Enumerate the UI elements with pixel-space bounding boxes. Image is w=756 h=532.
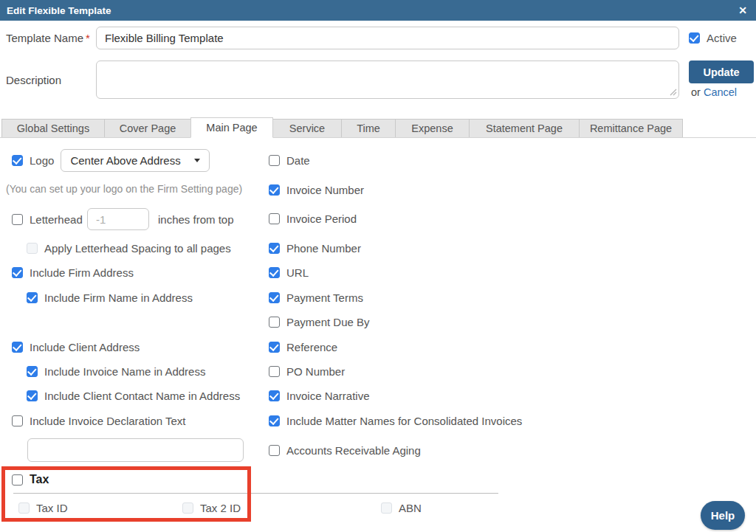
- logo-label: Logo: [30, 154, 54, 167]
- logo-position-value: Center Above Address: [70, 154, 188, 167]
- date-label: Date: [286, 154, 310, 167]
- reference-row: Reference: [269, 336, 337, 358]
- tab-cover-page[interactable]: Cover Page: [104, 119, 191, 137]
- include-client-contact-row: Include Client Contact Name in Address: [27, 384, 240, 407]
- payment-due-by-checkbox[interactable]: [269, 317, 280, 328]
- url-row: URL: [269, 261, 309, 283]
- invoice-period-label: Invoice Period: [286, 213, 357, 225]
- include-firm-address-row: Include Firm Address: [12, 261, 134, 283]
- letterhead-suffix-label: inches from top: [158, 213, 234, 226]
- include-matter-names-label: Include Matter Names for Consolidated In…: [286, 415, 522, 427]
- po-number-label: PO Number: [286, 365, 345, 378]
- logo-position-dropdown[interactable]: Center Above Address: [61, 149, 210, 172]
- include-invoice-name-checkbox[interactable]: [27, 366, 38, 377]
- tax-2-id-row: Tax 2 ID: [182, 497, 241, 519]
- include-firm-name-checkbox[interactable]: [27, 292, 38, 303]
- include-firm-address-checkbox[interactable]: [12, 267, 23, 278]
- apply-letterhead-spacing-label: Apply Letterhead Spacing to all pages: [44, 242, 231, 255]
- dialog-titlebar: Edit Flexible Template ✕: [0, 0, 756, 21]
- letterhead-offset-input[interactable]: [87, 208, 149, 230]
- invoice-number-checkbox[interactable]: [269, 184, 280, 196]
- payment-due-by-label: Payment Due By: [286, 316, 370, 328]
- reference-label: Reference: [286, 341, 337, 353]
- abn-label: ABN: [399, 502, 422, 514]
- or-label: or: [691, 86, 701, 98]
- invoice-period-checkbox[interactable]: [269, 213, 280, 224]
- include-invoice-declaration-label: Include Invoice Declaration Text: [30, 415, 186, 427]
- apply-letterhead-spacing-checkbox: [27, 243, 38, 254]
- phone-number-checkbox[interactable]: [269, 243, 280, 254]
- tax-heading-row: Tax: [12, 469, 49, 491]
- tab-service[interactable]: Service: [272, 119, 342, 137]
- include-client-contact-checkbox[interactable]: [27, 390, 38, 401]
- accounts-receivable-aging-row: Accounts Receivable Aging: [269, 439, 421, 461]
- active-label: Active: [707, 32, 737, 44]
- tax-checkbox[interactable]: [12, 474, 23, 486]
- cancel-link[interactable]: Cancel: [704, 86, 737, 98]
- payment-terms-row: Payment Terms: [269, 286, 363, 308]
- accounts-receivable-aging-checkbox[interactable]: [269, 445, 280, 456]
- tab-statement-page[interactable]: Statement Page: [469, 119, 580, 137]
- invoice-narrative-row: Invoice Narrative: [269, 384, 370, 407]
- tab-remittance-page[interactable]: Remittance Page: [579, 119, 683, 137]
- date-row: Date: [269, 149, 310, 171]
- template-name-input[interactable]: [96, 27, 679, 49]
- po-number-checkbox[interactable]: [269, 366, 280, 377]
- phone-number-row: Phone Number: [269, 237, 361, 259]
- tax-2-id-checkbox: [182, 502, 193, 514]
- apply-letterhead-spacing-row: Apply Letterhead Spacing to all pages: [27, 237, 231, 259]
- template-name-label: Template Name*: [6, 32, 90, 44]
- payment-terms-label: Payment Terms: [286, 291, 363, 304]
- or-cancel: orCancel: [691, 86, 737, 98]
- phone-number-label: Phone Number: [286, 242, 361, 255]
- tax-id-label: Tax ID: [36, 502, 68, 514]
- active-row: Active: [689, 27, 737, 49]
- abn-row: ABN: [381, 497, 422, 519]
- tax-section-divider: [13, 493, 498, 494]
- chevron-down-icon: [194, 159, 200, 162]
- include-client-address-checkbox[interactable]: [12, 342, 23, 353]
- tab-bar: Global Settings Cover Page Main Page Ser…: [0, 117, 756, 138]
- invoice-narrative-checkbox[interactable]: [269, 390, 280, 401]
- url-checkbox[interactable]: [269, 267, 280, 278]
- reference-checkbox[interactable]: [269, 342, 280, 353]
- letterhead-label: Letterhead: [30, 213, 83, 226]
- close-icon[interactable]: ✕: [738, 5, 747, 15]
- include-invoice-name-row: Include Invoice Name in Address: [27, 360, 205, 382]
- letterhead-row: Letterhead: [12, 208, 83, 230]
- tax-heading-label: Tax: [30, 473, 49, 486]
- include-firm-address-label: Include Firm Address: [30, 266, 134, 279]
- letterhead-checkbox[interactable]: [12, 214, 23, 225]
- date-checkbox[interactable]: [269, 155, 280, 166]
- active-checkbox[interactable]: [689, 32, 700, 44]
- logo-checkbox[interactable]: [12, 155, 23, 166]
- include-firm-name-label: Include Firm Name in Address: [44, 291, 193, 304]
- invoice-declaration-input[interactable]: [27, 438, 244, 462]
- required-asterisk: *: [86, 32, 90, 44]
- abn-checkbox: [381, 502, 392, 514]
- po-number-row: PO Number: [269, 360, 345, 382]
- description-label: Description: [6, 74, 61, 86]
- tab-time[interactable]: Time: [341, 119, 396, 137]
- url-label: URL: [286, 266, 309, 279]
- tax-id-checkbox: [18, 502, 30, 514]
- include-invoice-name-label: Include Invoice Name in Address: [44, 365, 205, 378]
- tab-main-page[interactable]: Main Page: [190, 117, 273, 138]
- payment-terms-checkbox[interactable]: [269, 292, 280, 303]
- update-button[interactable]: Update: [689, 61, 754, 83]
- tab-global-settings[interactable]: Global Settings: [1, 119, 105, 137]
- invoice-number-row: Invoice Number: [269, 179, 364, 201]
- include-invoice-declaration-checkbox[interactable]: [12, 415, 23, 426]
- help-button[interactable]: Help: [701, 501, 745, 530]
- invoice-narrative-label: Invoice Narrative: [286, 390, 370, 402]
- tab-expense[interactable]: Expense: [395, 119, 470, 137]
- tax-id-row: Tax ID: [18, 497, 68, 519]
- logo-note: (You can set up your logo on the Firm Se…: [6, 183, 242, 195]
- description-textarea[interactable]: [96, 61, 679, 99]
- tax-2-id-label: Tax 2 ID: [200, 502, 241, 514]
- include-invoice-declaration-row: Include Invoice Declaration Text: [12, 410, 186, 432]
- invoice-number-label: Invoice Number: [286, 184, 364, 196]
- include-matter-names-checkbox[interactable]: [269, 415, 280, 426]
- include-matter-names-row: Include Matter Names for Consolidated In…: [269, 410, 522, 432]
- dialog-title: Edit Flexible Template: [7, 5, 738, 16]
